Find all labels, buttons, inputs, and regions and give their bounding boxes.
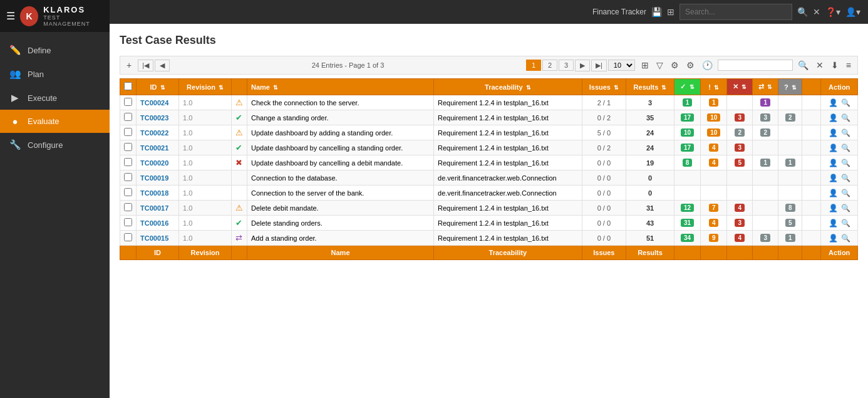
tc-id-link[interactable]: TC00023 (140, 114, 168, 122)
tc-c6-cell (802, 155, 821, 170)
last-page-button[interactable]: ▶| (591, 60, 607, 71)
row-checkbox[interactable] (124, 173, 132, 181)
th-name[interactable]: Name ⇅ (247, 79, 434, 95)
footer-results: Results (626, 246, 674, 260)
filter-search-input[interactable] (718, 60, 793, 71)
tc-id-link[interactable]: TC00021 (140, 144, 168, 152)
tc-status-cell: ✔ (232, 216, 247, 231)
tc-action-search-btn[interactable]: 🔍 (841, 144, 850, 152)
tc-id-link[interactable]: TC00022 (140, 129, 168, 137)
select-all-checkbox[interactable] (124, 82, 132, 90)
th-col5[interactable]: ? ⇅ (778, 79, 802, 95)
settings-icon[interactable]: ⚙ (668, 59, 681, 71)
th-results[interactable]: Results ⇅ (626, 79, 674, 95)
table-row: TC00018 1.0 Connection to the server of … (120, 186, 858, 201)
tc-status-cell: ✔ (232, 140, 247, 155)
sidebar-item-evaluate[interactable]: ● Evaluate (0, 110, 110, 133)
row-checkbox[interactable] (124, 233, 132, 241)
th-id[interactable]: ID ⇅ (137, 79, 179, 95)
sidebar-item-execute[interactable]: ▶ Execute (0, 86, 110, 110)
tc-id-link[interactable]: TC00017 (140, 204, 168, 212)
badge: 9 (709, 234, 719, 242)
row-checkbox[interactable] (124, 158, 132, 166)
per-page-select[interactable]: 10 25 50 (608, 60, 635, 71)
tc-action-search-btn[interactable]: 🔍 (841, 128, 850, 137)
tc-c1-cell: 10 (674, 125, 700, 140)
filter-search-button[interactable]: 🔍 (795, 59, 811, 71)
sidebar-item-execute-label: Execute (28, 93, 57, 103)
tc-action-user-btn[interactable]: 👤 (829, 98, 838, 107)
sidebar-item-plan[interactable]: 👥 Plan (0, 62, 110, 86)
tc-c6-cell (802, 216, 821, 231)
tc-action-user-btn[interactable]: 👤 (829, 113, 838, 122)
th-col2[interactable]: ! ⇅ (701, 79, 727, 95)
badge: 1 (785, 234, 795, 242)
grid-icon[interactable]: ⊞ (667, 7, 674, 17)
tc-action-search-btn[interactable]: 🔍 (841, 204, 850, 212)
row-checkbox[interactable] (124, 143, 132, 151)
filter-icon[interactable]: ▽ (654, 59, 666, 71)
settings2-icon[interactable]: ⚙ (684, 59, 697, 71)
save-icon[interactable]: 💾 (651, 7, 662, 17)
th-revision[interactable]: Revision ⇅ (179, 79, 232, 95)
tc-action-user-btn[interactable]: 👤 (829, 204, 838, 212)
export-icon[interactable]: ⬇ (829, 59, 841, 71)
topbar-search-input[interactable] (679, 4, 792, 20)
row-checkbox[interactable] (124, 113, 132, 121)
tc-id-link[interactable]: TC00019 (140, 174, 168, 182)
tc-id-link[interactable]: TC00015 (140, 234, 168, 242)
tc-action-user-btn[interactable]: 👤 (829, 234, 838, 243)
page-1-button[interactable]: 1 (526, 60, 541, 71)
row-checkbox[interactable] (124, 128, 132, 136)
th-issues[interactable]: Issues ⇅ (582, 79, 626, 95)
clock-icon[interactable]: 🕐 (700, 59, 715, 71)
group-icon[interactable]: ⊞ (639, 59, 651, 71)
prev-page-button[interactable]: ◀ (155, 60, 170, 71)
topbar-close-icon[interactable]: ✕ (813, 7, 820, 17)
tc-action-user-btn[interactable]: 👤 (829, 128, 838, 137)
first-page-button[interactable]: |◀ (138, 60, 153, 71)
tc-action-search-btn[interactable]: 🔍 (841, 234, 850, 243)
footer-traceability: Traceability (434, 246, 582, 260)
tc-id-cell: TC00018 (137, 186, 179, 201)
tc-id-link[interactable]: TC00024 (140, 99, 168, 107)
tc-action-search-btn[interactable]: 🔍 (841, 113, 850, 122)
tc-action-search-btn[interactable]: 🔍 (841, 219, 850, 228)
sidebar-item-configure[interactable]: 🔧 Configure (0, 133, 110, 157)
tc-action-user-btn[interactable]: 👤 (829, 159, 838, 167)
row-checkbox[interactable] (124, 203, 132, 211)
menu-icon[interactable]: ≡ (844, 59, 854, 71)
th-traceability[interactable]: Traceability ⇅ (434, 79, 582, 95)
add-button[interactable]: + (124, 59, 134, 71)
tc-id-link[interactable]: TC00018 (140, 189, 168, 197)
row-checkbox[interactable] (124, 188, 132, 196)
tc-id-link[interactable]: TC00020 (140, 159, 168, 167)
tc-action-user-btn[interactable]: 👤 (829, 144, 838, 152)
row-checkbox[interactable] (124, 218, 132, 226)
topbar-search-icon[interactable]: 🔍 (797, 7, 808, 17)
page-3-button[interactable]: 3 (559, 60, 574, 71)
help-icon[interactable]: ❓▾ (825, 7, 840, 17)
tc-c5-cell (778, 140, 802, 155)
tc-c4-cell (753, 201, 778, 216)
page-2-button[interactable]: 2 (542, 60, 557, 71)
tc-action-search-btn[interactable]: 🔍 (841, 174, 850, 182)
tc-id-link[interactable]: TC00016 (140, 219, 168, 227)
tc-action-search-btn[interactable]: 🔍 (841, 189, 850, 197)
th-col4[interactable]: ⇄ ⇅ (753, 79, 778, 95)
tc-action-search-btn[interactable]: 🔍 (841, 98, 850, 107)
th-col3[interactable]: ✕ ⇅ (727, 79, 753, 95)
tc-action-user-btn[interactable]: 👤 (829, 189, 838, 197)
row-checkbox[interactable] (124, 98, 132, 106)
tc-results-cell: 19 (626, 155, 674, 170)
footer-revision: Revision (179, 246, 232, 260)
user-icon[interactable]: 👤▾ (845, 7, 860, 17)
filter-clear-button[interactable]: ✕ (814, 59, 826, 71)
tc-action-user-btn[interactable]: 👤 (829, 174, 838, 182)
th-col1[interactable]: ✓ ⇅ (674, 79, 700, 95)
hamburger-icon[interactable]: ☰ (6, 10, 15, 22)
tc-action-search-btn[interactable]: 🔍 (841, 159, 850, 167)
next-page-button[interactable]: ▶ (575, 60, 590, 71)
sidebar-item-define[interactable]: ✏️ Define (0, 38, 110, 62)
tc-action-user-btn[interactable]: 👤 (829, 219, 838, 228)
